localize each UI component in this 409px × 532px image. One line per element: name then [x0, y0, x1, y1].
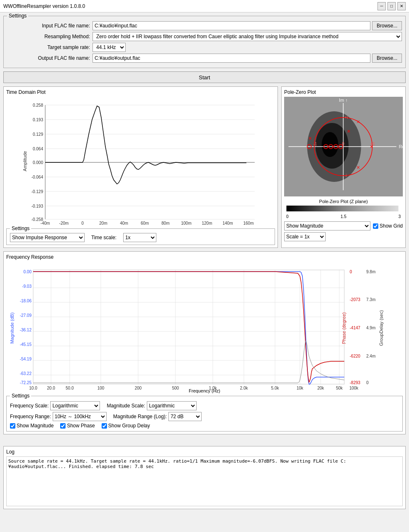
input-browse-button[interactable]: Browse... — [372, 21, 402, 30]
svg-text:-40m: -40m — [41, 221, 50, 226]
pz-settings-row1: Show Magnitude Show Grid — [284, 221, 403, 230]
pole-zero-section: Pole-Zero Plot — [281, 86, 406, 248]
svg-rect-78 — [33, 270, 344, 384]
time-domain-title: Time Domain Plot — [6, 89, 275, 95]
freq-response-svg: Magnitude (dB) Phase (degree) GroupDelay… — [6, 262, 403, 390]
svg-text:-20m: -20m — [59, 221, 69, 226]
svg-text:-0.129: -0.129 — [32, 189, 44, 194]
output-file-row: Output FLAC file name: Browse... — [7, 54, 402, 63]
minimize-button[interactable]: ─ — [377, 2, 386, 10]
show-magnitude-checkbox[interactable] — [10, 423, 15, 429]
maximize-button[interactable]: □ — [387, 2, 396, 10]
svg-text:10k: 10k — [297, 386, 304, 390]
svg-text:0.064: 0.064 — [33, 147, 43, 151]
svg-text:10.0: 10.0 — [29, 386, 37, 390]
svg-text:-72.25: -72.25 — [20, 380, 32, 385]
freq-range-label: Frequency Range: — [10, 414, 51, 419]
svg-text:20k: 20k — [317, 386, 324, 390]
svg-text:-i: -i — [345, 173, 347, 178]
show-impulse-select[interactable]: Show Impulse Response — [10, 233, 85, 242]
svg-text:×: × — [347, 128, 350, 135]
show-group-delay-checkbox-label: Show Group Delay — [102, 423, 150, 429]
target-sample-rate-row: Target sample rate: 44.1 kHz — [7, 43, 402, 52]
show-group-delay-checkbox[interactable] — [102, 423, 107, 429]
svg-text:0.00: 0.00 — [24, 270, 32, 274]
log-area[interactable]: Source sample rate = 44.1kHz. Target sam… — [6, 456, 403, 506]
output-file-input[interactable] — [93, 54, 370, 63]
svg-text:7.3m: 7.3m — [366, 297, 375, 302]
svg-text:0.129: 0.129 — [33, 132, 43, 137]
target-sample-rate-select[interactable]: 44.1 kHz — [93, 43, 126, 52]
svg-text:50k: 50k — [336, 386, 343, 390]
output-browse-button[interactable]: Browse... — [372, 54, 402, 63]
spacer — [3, 438, 406, 446]
svg-text:5.0k: 5.0k — [271, 386, 280, 390]
close-button[interactable]: ✕ — [397, 2, 406, 10]
svg-rect-55 — [287, 206, 399, 211]
svg-text:Phase (degree): Phase (degree) — [341, 312, 346, 344]
show-phase-checkbox[interactable] — [60, 423, 66, 429]
svg-text:-45.15: -45.15 — [20, 342, 32, 347]
show-magnitude-text: Show Magnitude — [17, 423, 54, 429]
svg-text:-63.22: -63.22 — [20, 371, 32, 376]
svg-text:100k: 100k — [349, 386, 359, 390]
mag-scale-select[interactable]: Logarithmic — [147, 401, 197, 410]
mag-scale-item: Magnitude Scale: Logarithmic — [107, 401, 197, 410]
svg-text:4.9m: 4.9m — [366, 326, 375, 330]
input-file-label: Input FLAC file name: — [7, 23, 90, 29]
svg-text:Magnitude (dB): Magnitude (dB) — [10, 312, 15, 343]
svg-text:-8293: -8293 — [350, 380, 360, 385]
show-magnitude-select[interactable]: Show Magnitude — [284, 221, 370, 230]
svg-text:-54.19: -54.19 — [20, 357, 32, 361]
svg-text:-36.12: -36.12 — [20, 328, 32, 332]
show-phase-text: Show Phase — [67, 423, 95, 429]
pz-colorbar-container: Pole-Zero Plot (Z plane) 0 1.5 3 — [284, 199, 403, 219]
pz-colorbar-svg — [284, 205, 403, 213]
output-file-label: Output FLAC file name: — [7, 55, 90, 61]
svg-text:0: 0 — [366, 380, 369, 385]
pz-settings-row2: Scale = 1x — [284, 232, 403, 241]
log-section: Log Source sample rate = 44.1kHz. Target… — [3, 446, 406, 509]
svg-text:200: 200 — [135, 386, 142, 390]
input-file-input[interactable] — [93, 21, 370, 30]
svg-text:-0.064: -0.064 — [32, 175, 44, 179]
show-grid-checkbox[interactable] — [373, 223, 378, 229]
freq-scale-select[interactable]: Logarithmic — [50, 401, 100, 410]
svg-text:-2073: -2073 — [350, 297, 360, 302]
freq-settings-row1: Frequency Scale: Logarithmic Magnitude S… — [10, 401, 399, 410]
title-bar: WWOfflineResampler version 1.0.8.0 ─ □ ✕ — [0, 0, 409, 12]
svg-text:GroupDelay (sec): GroupDelay (sec) — [379, 310, 384, 346]
svg-text:+i: +i — [345, 115, 348, 120]
svg-text:0.000: 0.000 — [33, 160, 43, 165]
pz-subtitle: Pole-Zero Plot (Z plane) — [284, 199, 403, 204]
window-controls: ─ □ ✕ — [377, 2, 406, 10]
svg-text:0.193: 0.193 — [33, 118, 43, 122]
svg-text:0.258: 0.258 — [33, 103, 43, 108]
resampling-method-select[interactable]: Zero order hold + IIR lowpass filter con… — [93, 32, 402, 41]
freq-range-item: Frequency Range: 10Hz ～ 100kHz — [10, 412, 107, 421]
svg-text:×: × — [356, 118, 360, 125]
target-sample-rate-label: Target sample rate: — [7, 44, 90, 50]
mag-range-label: Magnitude Range (Log): — [113, 414, 167, 419]
freq-range-select[interactable]: 10Hz ～ 100kHz — [53, 412, 107, 421]
svg-text:40m: 40m — [120, 221, 128, 226]
pz-scale-select[interactable]: Scale = 1x — [284, 232, 326, 241]
start-button[interactable]: Start — [3, 71, 406, 83]
svg-text:0: 0 — [350, 270, 352, 274]
pole-zero-title: Pole-Zero Plot — [284, 89, 403, 95]
show-magnitude-checkbox-label: Show Magnitude — [10, 423, 54, 429]
freq-settings-grid: Frequency Scale: Logarithmic Magnitude S… — [10, 399, 399, 429]
freq-settings-row2: Frequency Range: 10Hz ～ 100kHz Magnitude… — [10, 412, 399, 421]
show-grid-label: Show Grid — [373, 223, 403, 229]
svg-text:80m: 80m — [161, 221, 169, 226]
svg-text:Im ↑: Im ↑ — [339, 98, 348, 103]
svg-text:500: 500 — [172, 386, 179, 390]
time-domain-settings: Settings Show Impulse Response Time scal… — [6, 228, 275, 245]
pole-zero-svg: Im ↑ Re +i -i -1 +1 0 × × — [284, 97, 403, 196]
time-scale-select[interactable]: 1x — [123, 233, 156, 242]
log-title: Log — [6, 449, 403, 455]
app-title: WWOfflineResampler version 1.0.8.0 — [3, 3, 85, 9]
mag-range-select[interactable]: 72 dB — [168, 412, 202, 421]
plots-row: Time Domain Plot Amplitude 0.258 0.193 0… — [3, 86, 406, 248]
svg-text:120m: 120m — [202, 221, 212, 226]
